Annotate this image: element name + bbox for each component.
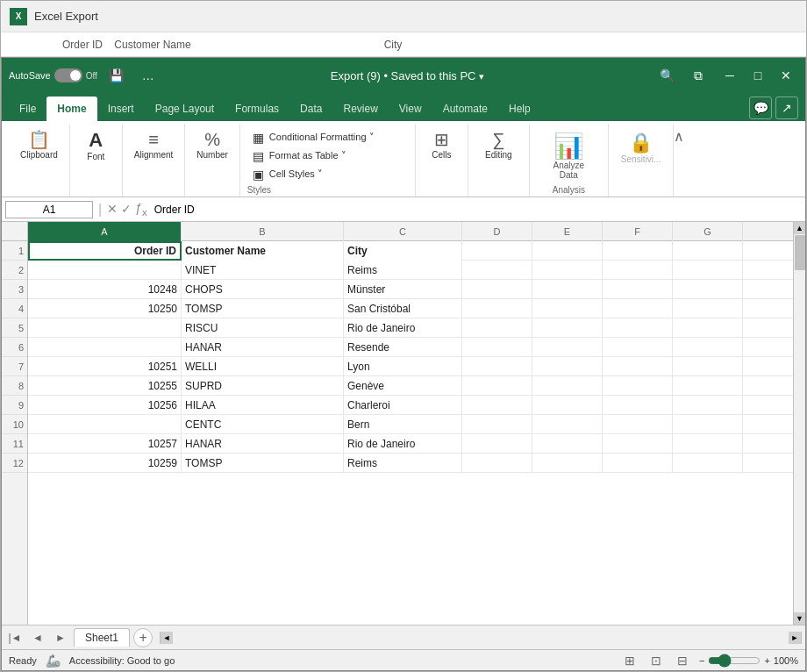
tab-automate[interactable]: Automate [432,97,498,121]
cell-b11[interactable]: HANAR [182,434,344,454]
row-num-5[interactable]: 5 [2,318,27,338]
col-header-d[interactable]: D [462,222,532,241]
cell-d7[interactable] [462,357,532,376]
cell-e9[interactable] [532,396,603,415]
corner-cell[interactable] [2,222,27,241]
h-scroll-track[interactable] [173,632,789,644]
cell-e1[interactable] [532,241,603,261]
h-scroll-right[interactable]: ► [789,632,801,644]
cell-g12[interactable] [673,454,743,473]
conditional-formatting-button[interactable]: ▦ Conditional Formatting ˅ [247,129,380,147]
cell-b12[interactable]: TOMSP [182,454,344,473]
cell-a7[interactable]: 10251 [28,357,182,376]
cell-e4[interactable] [532,299,603,318]
cell-b2[interactable]: VINET [182,261,344,280]
close-button[interactable]: ✕ [774,63,798,88]
collapse-ribbon-button[interactable]: ∧ [674,128,684,145]
cell-a9[interactable]: 10256 [28,396,182,415]
cell-g9[interactable] [673,396,743,415]
tab-home[interactable]: Home [46,97,96,121]
font-button[interactable]: A Font [80,128,111,164]
row-num-7[interactable]: 7 [2,357,27,376]
cell-c8[interactable]: Genève [344,376,462,396]
cell-c2[interactable]: Reims [344,261,462,280]
tab-insert[interactable]: Insert [97,97,145,121]
row-num-10[interactable]: 10 [2,415,27,434]
cell-c3[interactable]: Münster [344,280,462,299]
cell-e7[interactable] [532,357,603,376]
cell-d2[interactable] [462,261,532,280]
cell-f9[interactable] [603,396,673,415]
cell-a1[interactable]: Order ID [28,241,182,261]
cell-f4[interactable] [603,299,673,318]
cell-b4[interactable]: TOMSP [182,299,344,318]
cell-g8[interactable] [673,376,743,396]
tab-help[interactable]: Help [498,97,541,121]
cell-b6[interactable]: HANAR [182,338,344,357]
scroll-down-button[interactable]: ▼ [794,612,806,625]
comment-button[interactable]: 💬 [749,97,772,119]
cells-button[interactable]: ⊞ Cells [425,128,457,162]
cell-c4[interactable]: San Cristóbal [344,299,462,318]
cell-e6[interactable] [532,338,603,357]
cell-a11[interactable]: 10257 [28,434,182,454]
tab-review[interactable]: Review [332,97,388,121]
insert-function-icon[interactable]: ƒx [135,201,147,218]
cell-g1[interactable] [673,241,743,261]
confirm-formula-icon[interactable]: ✓ [121,202,132,216]
sheet-nav-prev[interactable]: ◄ [28,628,47,647]
formula-input[interactable] [151,202,802,218]
cell-d11[interactable] [462,434,532,454]
tab-data[interactable]: Data [289,97,332,121]
alignment-button[interactable]: ≡ Alignment [130,128,177,162]
cell-f12[interactable] [603,454,673,473]
tab-file[interactable]: File [9,97,46,121]
cell-b1[interactable]: Customer Name [182,241,344,261]
clipboard-button[interactable]: 📋 Clipboard [16,128,62,162]
zoom-out-icon[interactable]: − [699,655,704,666]
editing-button[interactable]: ∑ Editing [481,128,517,162]
cell-c11[interactable]: Rio de Janeiro [344,434,462,454]
format-as-table-button[interactable]: ▤ Format as Table ˅ [247,147,380,165]
sheet-tab-sheet1[interactable]: Sheet1 [74,628,130,647]
cell-styles-button[interactable]: ▣ Cell Styles ˅ [247,166,380,183]
tab-page-layout[interactable]: Page Layout [145,97,225,121]
page-layout-view-button[interactable]: ⊡ [646,653,666,668]
col-header-f[interactable]: F [603,222,673,241]
cell-f10[interactable] [603,415,673,434]
name-box[interactable] [5,201,93,218]
col-header-c[interactable]: C [344,222,462,241]
col-header-e[interactable]: E [532,222,603,241]
col-header-b[interactable]: B [182,222,344,241]
cell-g2[interactable] [673,261,743,280]
cell-a5[interactable] [28,318,182,338]
analyze-data-button[interactable]: 📊 Analyze Data [548,128,590,183]
cell-a8[interactable]: 10255 [28,376,182,396]
cell-f7[interactable] [603,357,673,376]
cell-f11[interactable] [603,434,673,454]
normal-view-button[interactable]: ⊞ [620,653,639,668]
cell-a12[interactable]: 10259 [28,454,182,473]
cell-c12[interactable]: Reims [344,454,462,473]
sheet-nav-first[interactable]: |◄ [5,628,25,647]
row-num-9[interactable]: 9 [2,396,27,415]
share-button[interactable]: ↗ [775,97,798,119]
cell-f6[interactable] [603,338,673,357]
cell-b5[interactable]: RISCU [182,318,344,338]
cell-f8[interactable] [603,376,673,396]
cell-e11[interactable] [532,434,603,454]
cell-c9[interactable]: Charleroi [344,396,462,415]
sensitivity-button[interactable]: 🔒 Sensitivi... [616,128,667,168]
cell-g10[interactable] [673,415,743,434]
cell-d8[interactable] [462,376,532,396]
cell-f5[interactable] [603,318,673,338]
cell-g7[interactable] [673,357,743,376]
row-num-12[interactable]: 12 [2,454,27,473]
cell-a10[interactable] [28,415,182,434]
cell-a3[interactable]: 10248 [28,280,182,299]
scroll-track[interactable] [794,234,806,612]
horizontal-scrollbar[interactable]: ◄ ► [160,632,802,644]
minimize-button[interactable]: ─ [718,63,742,88]
cell-d5[interactable] [462,318,532,338]
cell-c7[interactable]: Lyon [344,357,462,376]
